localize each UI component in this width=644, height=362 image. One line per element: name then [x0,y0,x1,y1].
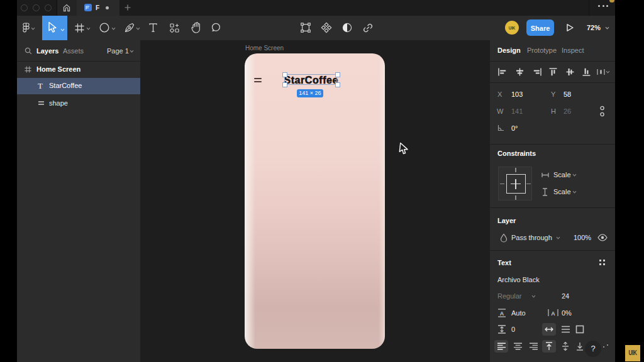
svg-text:A: A [551,310,555,317]
svg-text:A: A [500,310,504,317]
